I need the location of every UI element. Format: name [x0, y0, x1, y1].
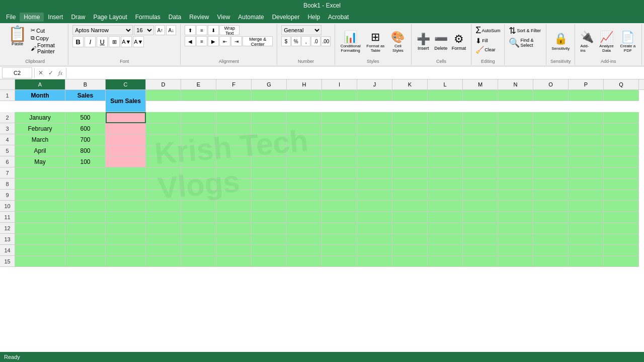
cell-empty-r7-c15[interactable] [569, 167, 604, 178]
cell-f2[interactable] [216, 112, 252, 123]
cell-empty-r14-c5[interactable] [216, 245, 252, 256]
cell-empty-r9-c14[interactable] [533, 190, 569, 201]
cell-d4[interactable] [146, 134, 181, 145]
addins-button[interactable]: 🔌 Add-ins [579, 30, 595, 54]
cell-empty-r11-c4[interactable] [181, 212, 216, 223]
cell-empty-r9-c16[interactable] [604, 190, 639, 201]
cell-p5[interactable] [569, 145, 604, 156]
cell-b4[interactable]: 700 [65, 134, 106, 145]
cell-empty-r13-c8[interactable] [322, 234, 357, 245]
cell-empty-r14-c15[interactable] [569, 245, 604, 256]
formula-input[interactable] [68, 67, 642, 78]
col-header-g[interactable]: G [252, 79, 287, 89]
cell-n3[interactable] [498, 123, 533, 134]
menu-formulas[interactable]: Formulas [131, 13, 165, 22]
cell-empty-r8-c8[interactable] [322, 178, 357, 190]
insert-function-icon[interactable]: 𝑓𝑥 [57, 69, 64, 77]
cell-empty-r12-c12[interactable] [463, 223, 498, 234]
col-header-f[interactable]: F [216, 79, 252, 89]
cell-f6[interactable] [216, 156, 252, 167]
cell-empty-r7-c4[interactable] [181, 167, 216, 178]
align-bottom-button[interactable]: ⬇ [208, 25, 219, 35]
row-number-2[interactable]: 2 [0, 112, 15, 123]
cell-empty-r15-c0[interactable] [15, 256, 65, 267]
row-number-14[interactable]: 14 [0, 245, 15, 256]
cell-empty-r13-c0[interactable] [15, 234, 65, 245]
cell-d6[interactable] [146, 156, 181, 167]
delete-button[interactable]: ➖ Delete [433, 32, 449, 52]
menu-draw[interactable]: Draw [67, 13, 89, 22]
cell-a5[interactable]: April [15, 145, 65, 156]
cell-empty-r10-c16[interactable] [604, 201, 639, 212]
col-header-d[interactable]: D [146, 79, 181, 89]
cell-q4[interactable] [604, 134, 639, 145]
cell-empty-r11-c8[interactable] [322, 212, 357, 223]
menu-insert[interactable]: Insert [44, 13, 67, 22]
cell-empty-r8-c14[interactable] [533, 178, 569, 190]
number-format-select[interactable]: General [281, 25, 321, 35]
cell-empty-r15-c13[interactable] [498, 256, 533, 267]
cell-empty-r14-c11[interactable] [428, 245, 463, 256]
cell-empty-r7-c1[interactable] [65, 167, 106, 178]
font-increase-button[interactable]: A↑ [155, 25, 165, 35]
cell-empty-r9-c11[interactable] [428, 190, 463, 201]
cell-b5[interactable]: 800 [65, 145, 106, 156]
cell-empty-r8-c16[interactable] [604, 178, 639, 190]
cell-reference-input[interactable] [2, 67, 32, 78]
cell-m5[interactable] [463, 145, 498, 156]
cell-empty-r8-c0[interactable] [15, 178, 65, 190]
cell-a2[interactable]: January [15, 112, 65, 123]
cell-empty-r10-c5[interactable] [216, 201, 252, 212]
font-decrease-button[interactable]: A↓ [166, 25, 176, 35]
cell-empty-r14-c12[interactable] [463, 245, 498, 256]
cell-k5[interactable] [392, 145, 428, 156]
cell-empty-r11-c11[interactable] [428, 212, 463, 223]
menu-data[interactable]: Data [165, 13, 185, 22]
cell-empty-r9-c9[interactable] [357, 190, 392, 201]
cell-empty-r8-c15[interactable] [569, 178, 604, 190]
cell-empty-r8-c13[interactable] [498, 178, 533, 190]
cell-p6[interactable] [569, 156, 604, 167]
cell-empty-r12-c1[interactable] [65, 223, 106, 234]
row-number-6[interactable]: 6 [0, 156, 15, 167]
cell-g3[interactable] [252, 123, 287, 134]
cell-empty-r11-c16[interactable] [604, 212, 639, 223]
cell-empty-r7-c11[interactable] [428, 167, 463, 178]
cell-p4[interactable] [569, 134, 604, 145]
cell-empty-r9-c8[interactable] [322, 190, 357, 201]
cell-empty-r12-c6[interactable] [252, 223, 287, 234]
cell-empty-r7-c13[interactable] [498, 167, 533, 178]
cell-empty-r8-c4[interactable] [181, 178, 216, 190]
row-number-4[interactable]: 4 [0, 134, 15, 145]
cell-a4[interactable]: March [15, 134, 65, 145]
cell-e4[interactable] [181, 134, 216, 145]
cell-m1[interactable] [463, 90, 498, 101]
cell-o1[interactable] [533, 90, 569, 101]
wrap-text-button[interactable]: Wrap Text [219, 25, 239, 35]
cell-empty-r7-c14[interactable] [533, 167, 569, 178]
cell-empty-r14-c0[interactable] [15, 245, 65, 256]
cell-empty-r7-c8[interactable] [322, 167, 357, 178]
cell-c2[interactable] [106, 112, 146, 123]
cell-m4[interactable] [463, 134, 498, 145]
cell-empty-r10-c13[interactable] [498, 201, 533, 212]
row-number-13[interactable]: 13 [0, 234, 15, 245]
increase-indent-button[interactable]: ⇥ [231, 36, 242, 46]
cell-empty-r10-c1[interactable] [65, 201, 106, 212]
cell-empty-r15-c9[interactable] [357, 256, 392, 267]
cell-h4[interactable] [287, 134, 322, 145]
sort-filter-button[interactable]: ⇅ Sort & Filter [509, 25, 541, 36]
font-color-button[interactable]: A▼ [133, 36, 144, 47]
border-button[interactable]: ⊞ [109, 36, 120, 47]
cell-empty-r8-c2[interactable] [106, 178, 146, 190]
cell-empty-r8-c9[interactable] [357, 178, 392, 190]
cell-empty-r9-c6[interactable] [252, 190, 287, 201]
cell-empty-r13-c6[interactable] [252, 234, 287, 245]
decrease-decimal-button[interactable]: .0 [311, 36, 320, 46]
cell-n5[interactable] [498, 145, 533, 156]
cell-empty-r8-c1[interactable] [65, 178, 106, 190]
cell-p3[interactable] [569, 123, 604, 134]
cell-empty-r15-c1[interactable] [65, 256, 106, 267]
row-number-3[interactable]: 3 [0, 123, 15, 134]
cell-empty-r14-c3[interactable] [146, 245, 181, 256]
